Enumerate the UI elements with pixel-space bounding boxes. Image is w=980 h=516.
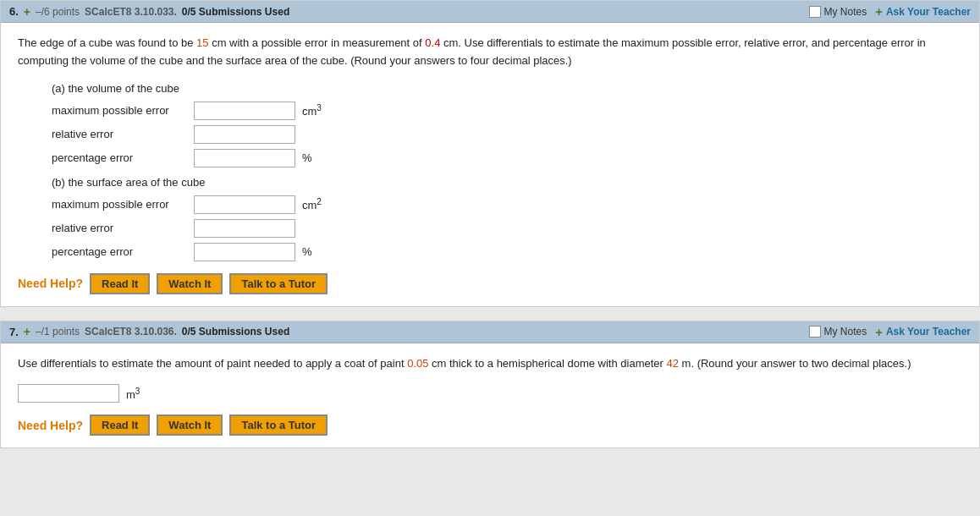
my-notes-btn-6[interactable]: My Notes [809, 6, 867, 18]
question-block-7: 7. + –/1 points SCalcET8 3.10.036. 0/5 S… [0, 321, 980, 449]
ask-teacher-label-6: Ask Your Teacher [886, 6, 971, 18]
question-body-7: Use differentials to estimate the amount… [1, 343, 979, 448]
read-it-btn-6[interactable]: Read It [90, 273, 150, 294]
course-label-6: SCalcET8 3.10.033. [85, 6, 177, 18]
sa-pct-error-input[interactable] [194, 243, 295, 261]
vol-pct-error-label: percentage error [52, 151, 187, 164]
course-label-7: SCalcET8 3.10.036. [85, 326, 177, 338]
sub-question-b-label: (b) the surface area of the cube [52, 176, 962, 189]
vol-rel-error-input[interactable] [194, 125, 295, 144]
vol-pct-error-input[interactable] [194, 149, 295, 167]
page-wrapper: 6. + –/6 points SCalcET8 3.10.033. 0/5 S… [0, 0, 980, 448]
question-header-right-6: My Notes + Ask Your Teacher [809, 4, 972, 19]
plus-icon-6: + [24, 5, 30, 19]
value-15: 15 [196, 36, 208, 49]
vol-max-error-unit: cm3 [302, 103, 322, 118]
points-label-6: –/6 points [36, 6, 80, 18]
paint-answer-row: m3 [18, 384, 962, 403]
sub-question-a-label: (a) the volume of the cube [52, 82, 962, 95]
vol-rel-error-row: relative error [52, 125, 962, 144]
gap-between-questions [0, 314, 980, 321]
question-header-left-6: 6. + –/6 points SCalcET8 3.10.033. 0/5 S… [9, 5, 289, 19]
plus-icon-7: + [24, 325, 30, 338]
watch-it-btn-7[interactable]: Watch It [157, 414, 223, 436]
read-it-btn-7[interactable]: Read It [90, 414, 150, 436]
question-header-7: 7. + –/1 points SCalcET8 3.10.036. 0/5 S… [1, 321, 979, 343]
need-help-row-7: Need Help? Read It Watch It Talk to a Tu… [18, 414, 962, 436]
vol-max-error-label: maximum possible error [52, 104, 187, 117]
sa-pct-error-label: percentage error [52, 245, 187, 258]
paint-answer-input[interactable] [18, 384, 119, 403]
my-notes-label-7: My Notes [824, 326, 867, 338]
need-help-label-6: Need Help? [18, 277, 83, 290]
problem-text-6: The edge of a cube was found to be 15 cm… [18, 35, 962, 70]
submissions-label-6: 0/5 Submissions Used [182, 6, 289, 18]
talk-to-tutor-btn-7[interactable]: Talk to a Tutor [229, 414, 328, 436]
sa-rel-error-label: relative error [52, 222, 187, 234]
sa-pct-error-row: percentage error % [52, 243, 962, 261]
sub-question-b: (b) the surface area of the cube maximum… [52, 176, 962, 261]
my-notes-btn-7[interactable]: My Notes [809, 326, 867, 338]
ask-teacher-plus-7: + [875, 325, 883, 339]
sa-max-error-unit: cm2 [302, 197, 322, 211]
watch-it-btn-6[interactable]: Watch It [157, 273, 223, 294]
question-header-6: 6. + –/6 points SCalcET8 3.10.033. 0/5 S… [1, 1, 979, 23]
value-04: 0.4 [425, 36, 440, 49]
question-number-6: 6. [9, 5, 19, 18]
sub-question-a: (a) the volume of the cube maximum possi… [52, 82, 962, 167]
my-notes-label-6: My Notes [824, 6, 867, 18]
vol-max-error-row: maximum possible error cm3 [52, 102, 962, 120]
sa-max-error-row: maximum possible error cm2 [52, 195, 962, 214]
sa-rel-error-row: relative error [52, 219, 962, 238]
vol-rel-error-label: relative error [52, 128, 187, 140]
sa-max-error-label: maximum possible error [52, 198, 187, 211]
sa-max-error-input[interactable] [194, 195, 295, 214]
need-help-row-6: Need Help? Read It Watch It Talk to a Tu… [18, 273, 962, 294]
question-block-6: 6. + –/6 points SCalcET8 3.10.033. 0/5 S… [0, 0, 980, 307]
value-005: 0.05 [407, 357, 428, 370]
question-header-right-7: My Notes + Ask Your Teacher [809, 325, 972, 339]
ask-teacher-label-7: Ask Your Teacher [886, 326, 971, 338]
vol-max-error-input[interactable] [194, 102, 295, 120]
ask-teacher-btn-7[interactable]: + Ask Your Teacher [875, 325, 971, 339]
ask-teacher-btn-6[interactable]: + Ask Your Teacher [875, 4, 971, 19]
notes-checkbox-6[interactable] [809, 6, 821, 18]
value-42: 42 [667, 357, 679, 370]
points-label-7: –/1 points [36, 326, 80, 338]
problem-text-7: Use differentials to estimate the amount… [18, 355, 962, 373]
talk-to-tutor-btn-6[interactable]: Talk to a Tutor [229, 273, 328, 294]
sa-rel-error-input[interactable] [194, 219, 295, 238]
vol-pct-error-row: percentage error % [52, 149, 962, 167]
notes-checkbox-7[interactable] [809, 326, 821, 338]
need-help-label-7: Need Help? [18, 419, 83, 432]
submissions-label-7: 0/5 Submissions Used [182, 326, 289, 338]
ask-teacher-plus-6: + [875, 4, 883, 19]
paint-answer-unit: m3 [126, 387, 140, 401]
question-body-6: The edge of a cube was found to be 15 cm… [1, 23, 979, 306]
sa-pct-error-unit: % [302, 245, 312, 258]
question-number-7: 7. [9, 326, 19, 338]
question-header-left-7: 7. + –/1 points SCalcET8 3.10.036. 0/5 S… [9, 325, 289, 338]
vol-pct-error-unit: % [302, 151, 312, 164]
